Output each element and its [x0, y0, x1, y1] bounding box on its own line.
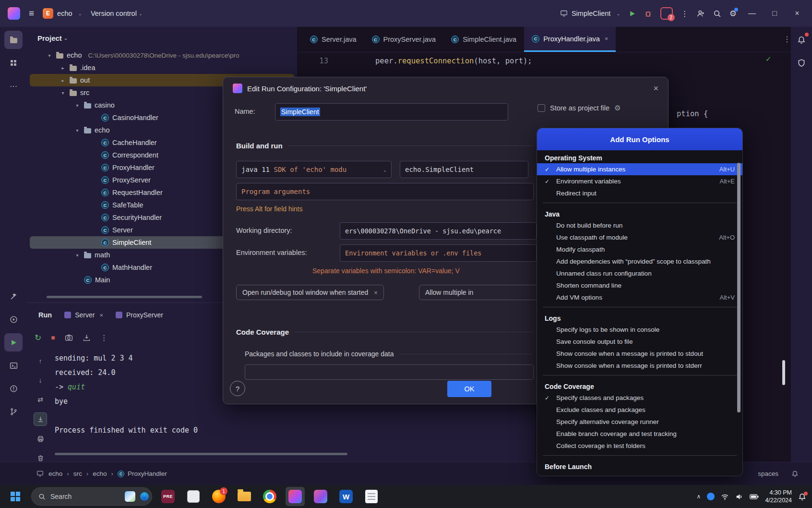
option-add-vm-options[interactable]: Add VM optionsAlt+V [537, 291, 742, 303]
option-modify-classpath[interactable]: Modify classpath [537, 243, 742, 255]
print-icon[interactable] [34, 433, 47, 445]
down-stack-icon[interactable]: ↓ [34, 374, 47, 387]
services-tool-button[interactable] [4, 310, 23, 328]
rerun-icon[interactable]: ↻ [35, 333, 41, 343]
file-explorer-icon[interactable] [235, 487, 254, 506]
clock[interactable]: 4:30 PM4/22/2024 [765, 489, 792, 505]
intellij-taskbar-icon[interactable] [286, 487, 305, 506]
security-button[interactable] [792, 54, 811, 72]
chrome-icon[interactable] [260, 487, 279, 506]
search-highlight-icon[interactable] [125, 491, 135, 502]
screenshot-icon[interactable] [65, 334, 73, 342]
close-icon[interactable]: × [374, 289, 378, 296]
chevron-down-icon[interactable]: ▾ [74, 128, 81, 133]
tab-server-java[interactable]: CServer.java [302, 27, 364, 52]
run-configuration-widget[interactable]: SimpleClient⌄ [560, 10, 621, 17]
tree-item-echo-root[interactable]: ▾echoC:\Users\000030278\OneDrive - sjsu.… [30, 49, 294, 61]
terminal-tool-button[interactable] [4, 356, 23, 375]
vcs-widget[interactable]: Version control⌄ [91, 10, 143, 17]
volume-icon[interactable] [735, 493, 743, 501]
structure-tool-button[interactable] [4, 54, 23, 72]
scroll-to-end-icon[interactable] [34, 412, 47, 426]
option-branch-coverage[interactable]: Enable branch coverage and test tracking [537, 428, 742, 440]
chevron-right-icon[interactable]: ▸ [60, 78, 66, 83]
coverage-packages-list[interactable] [245, 364, 534, 380]
project-scrollbar[interactable] [47, 296, 202, 298]
notifications-button[interactable] [792, 31, 811, 49]
tab-proxyserver-java[interactable]: CProxyServer.java [364, 27, 444, 52]
chevron-down-icon[interactable]: ▾ [46, 53, 53, 58]
settings-button[interactable]: ⚙ [729, 9, 737, 19]
option-save-console-output[interactable]: Save console output to file [537, 336, 742, 348]
open-tool-window-chip[interactable]: Open run/debug tool window when started× [236, 285, 384, 300]
stop-icon[interactable]: ■ [51, 334, 55, 341]
more-icon[interactable]: ⋮ [100, 333, 108, 342]
close-icon[interactable]: × [605, 35, 609, 42]
tree-item-idea[interactable]: ▸.idea [30, 61, 294, 74]
close-icon[interactable]: × [99, 312, 103, 319]
working-directory-input[interactable]: ers\000030278\OneDrive - sjsu.edu\pearce [340, 222, 537, 240]
wifi-icon[interactable] [721, 493, 729, 501]
tray-blue-icon[interactable] [707, 493, 715, 500]
tab-simpleclient-java[interactable]: CSimpleClient.java [443, 27, 524, 52]
ok-button[interactable]: OK [447, 381, 491, 397]
option-specify-classes[interactable]: ✓Specify classes and packages [537, 392, 742, 404]
allow-multiple-chip[interactable]: Allow multiple in [419, 285, 539, 300]
option-shorten-command-line[interactable]: Shorten command line [537, 279, 742, 291]
breadcrumb-echo[interactable]: echo [48, 470, 62, 477]
git-tool-button[interactable] [4, 402, 23, 421]
option-alternative-coverage-runner[interactable]: Specify alternative coverage runner [537, 416, 742, 428]
gear-icon[interactable]: ⚙ [614, 104, 621, 112]
editor-scrollbar[interactable] [782, 360, 785, 385]
option-show-console-stderr[interactable]: Show console when a message is printed t… [537, 360, 742, 372]
word-icon[interactable]: W [336, 487, 356, 506]
option-redirect-input[interactable]: Redirect input [537, 187, 742, 199]
main-class-input[interactable]: echo.SimpleClient [400, 161, 528, 178]
status-notifications-icon[interactable] [791, 470, 799, 477]
tab-options-icon[interactable]: ⋮ [783, 35, 791, 44]
taskbar-search[interactable]: Search [31, 487, 152, 506]
option-add-dependencies[interactable]: Add dependencies with “provided” scope t… [537, 255, 742, 267]
option-show-console-stdout[interactable]: Show console when a message is printed t… [537, 348, 742, 360]
run-tab-proxyserver[interactable]: ProxyServer [116, 311, 163, 319]
project-widget[interactable]: Eecho⌄ [43, 8, 82, 19]
run-button[interactable] [629, 10, 636, 17]
start-button[interactable] [6, 487, 25, 506]
debug-button[interactable] [644, 10, 652, 18]
code-with-me-button[interactable] [697, 10, 705, 18]
tray-notifications-button[interactable] [798, 493, 806, 501]
option-exclude-classes[interactable]: Exclude classes and packages [537, 404, 742, 416]
project-panel-header[interactable]: Project⌄ [27, 27, 297, 49]
option-unnamed-class[interactable]: Unnamed class run configuration [537, 267, 742, 279]
breadcrumb-src[interactable]: src [73, 470, 82, 477]
close-window-button[interactable]: × [790, 9, 804, 18]
option-use-classpath[interactable]: Use classpath of moduleAlt+O [537, 231, 742, 243]
running-processes-button[interactable]: 2 [660, 7, 673, 20]
name-input[interactable]: SimpleClient [275, 103, 508, 121]
up-stack-icon[interactable]: ↑ [34, 355, 47, 367]
paint-app-icon[interactable] [311, 487, 330, 506]
more-tools-button[interactable]: ⋯ [4, 77, 23, 95]
main-menu-icon[interactable]: ≡ [29, 8, 34, 19]
popup-scrollbar[interactable] [737, 163, 740, 412]
jre-select[interactable]: java 11 SDK of 'echo' modu⌄ [236, 161, 392, 178]
firefox-icon[interactable]: 1 [209, 487, 228, 506]
option-environment-variables[interactable]: ✓Environment variablesAlt+E [537, 175, 742, 187]
breadcrumb-echo-pkg[interactable]: echo [93, 470, 107, 477]
program-arguments-input[interactable]: Program arguments [236, 183, 534, 200]
chevron-right-icon[interactable]: ▸ [60, 65, 66, 71]
pre-app-icon[interactable]: PRE [158, 487, 178, 506]
indent-info[interactable]: spaces [758, 470, 778, 477]
store-as-project-file-row[interactable]: Store as project file ⚙ [537, 104, 621, 112]
environment-variables-input[interactable]: Environment variables or .env files [340, 244, 537, 262]
soft-wrap-icon[interactable]: ⇄ [34, 393, 47, 406]
run-tool-button[interactable] [4, 333, 23, 351]
option-specify-logs[interactable]: Specify logs to be shown in console [537, 324, 742, 336]
notepad-icon[interactable] [362, 487, 381, 506]
chevron-down-icon[interactable]: ▾ [74, 103, 81, 108]
help-button[interactable]: ? [230, 381, 245, 396]
battery-icon[interactable] [750, 494, 759, 499]
chevron-down-icon[interactable]: ▾ [60, 90, 66, 96]
inspection-ok-icon[interactable]: ✓ [765, 55, 772, 63]
console-output[interactable]: sending: mul 2 3 4 received: 24.0 -> qui… [55, 351, 198, 437]
